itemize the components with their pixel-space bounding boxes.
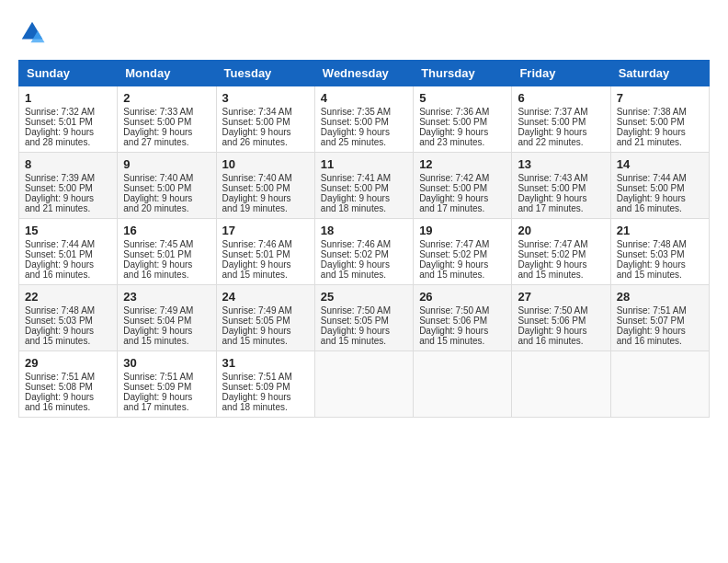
daylight-label: Daylight: 9 hours and 22 minutes.: [518, 127, 586, 147]
calendar-week-row: 1 Sunrise: 7:32 AM Sunset: 5:01 PM Dayli…: [19, 86, 710, 153]
sunrise-label: Sunrise: 7:36 AM: [419, 107, 489, 117]
daylight-label: Daylight: 9 hours and 15 minutes.: [419, 259, 488, 280]
daylight-label: Daylight: 9 hours and 25 minutes.: [321, 127, 390, 147]
sunset-label: Sunset: 5:01 PM: [25, 249, 93, 259]
sunrise-label: Sunrise: 7:35 AM: [321, 107, 391, 117]
calendar-cell: 22 Sunrise: 7:48 AM Sunset: 5:03 PM Dayl…: [19, 285, 118, 351]
sunset-label: Sunset: 5:05 PM: [321, 316, 389, 326]
sunrise-label: Sunrise: 7:38 AM: [617, 107, 687, 117]
day-number: 15: [25, 224, 111, 237]
day-number: 19: [419, 224, 506, 237]
calendar-week-row: 15 Sunrise: 7:44 AM Sunset: 5:01 PM Dayl…: [19, 219, 710, 285]
calendar: SundayMondayTuesdayWednesdayThursdayFrid…: [18, 60, 710, 418]
sunrise-label: Sunrise: 7:40 AM: [222, 173, 292, 183]
day-number: 14: [617, 157, 703, 171]
day-number: 3: [222, 91, 309, 105]
calendar-header-row: SundayMondayTuesdayWednesdayThursdayFrid…: [19, 61, 710, 86]
sunset-label: Sunset: 5:00 PM: [617, 183, 685, 193]
daylight-label: Daylight: 9 hours and 17 minutes.: [419, 193, 488, 213]
sunrise-label: Sunrise: 7:50 AM: [321, 305, 391, 316]
sunrise-label: Sunrise: 7:51 AM: [123, 372, 193, 382]
calendar-cell: 18 Sunrise: 7:46 AM Sunset: 5:02 PM Dayl…: [314, 219, 413, 285]
daylight-label: Daylight: 9 hours and 15 minutes.: [222, 326, 291, 346]
daylight-label: Daylight: 9 hours and 26 minutes.: [222, 127, 291, 147]
sunset-label: Sunset: 5:00 PM: [321, 117, 389, 127]
sunset-label: Sunset: 5:02 PM: [419, 249, 487, 259]
sunrise-label: Sunrise: 7:46 AM: [222, 239, 292, 249]
calendar-week-row: 22 Sunrise: 7:48 AM Sunset: 5:03 PM Dayl…: [19, 285, 710, 351]
calendar-cell: [512, 351, 610, 418]
sunset-label: Sunset: 5:01 PM: [222, 249, 290, 259]
sunset-label: Sunset: 5:00 PM: [419, 117, 487, 127]
day-number: 30: [123, 356, 210, 370]
sunset-label: Sunset: 5:05 PM: [222, 316, 290, 326]
sunrise-label: Sunrise: 7:45 AM: [123, 239, 193, 249]
calendar-day-header: Wednesday: [314, 61, 413, 86]
sunset-label: Sunset: 5:03 PM: [617, 249, 685, 259]
daylight-label: Daylight: 9 hours and 15 minutes.: [321, 326, 390, 346]
daylight-label: Daylight: 9 hours and 21 minutes.: [617, 127, 686, 147]
sunset-label: Sunset: 5:00 PM: [222, 183, 290, 193]
calendar-cell: 10 Sunrise: 7:40 AM Sunset: 5:00 PM Dayl…: [216, 153, 314, 219]
day-number: 24: [222, 290, 309, 304]
day-number: 18: [321, 224, 407, 237]
calendar-cell: 16 Sunrise: 7:45 AM Sunset: 5:01 PM Dayl…: [118, 219, 216, 285]
day-number: 23: [123, 290, 210, 304]
sunset-label: Sunset: 5:03 PM: [25, 316, 93, 326]
sunset-label: Sunset: 5:04 PM: [123, 316, 191, 326]
sunset-label: Sunset: 5:00 PM: [222, 117, 290, 127]
logo-icon: [18, 18, 46, 46]
sunset-label: Sunset: 5:06 PM: [419, 316, 487, 326]
calendar-cell: 20 Sunrise: 7:47 AM Sunset: 5:02 PM Dayl…: [512, 219, 610, 285]
sunrise-label: Sunrise: 7:41 AM: [321, 173, 391, 183]
calendar-day-header: Saturday: [610, 61, 709, 86]
daylight-label: Daylight: 9 hours and 15 minutes.: [321, 259, 390, 280]
calendar-week-row: 8 Sunrise: 7:39 AM Sunset: 5:00 PM Dayli…: [19, 153, 710, 219]
day-number: 4: [321, 91, 407, 105]
daylight-label: Daylight: 9 hours and 16 minutes.: [123, 259, 192, 280]
sunrise-label: Sunrise: 7:50 AM: [419, 305, 489, 316]
day-number: 20: [518, 224, 604, 237]
calendar-day-header: Thursday: [414, 61, 512, 86]
sunrise-label: Sunrise: 7:33 AM: [123, 107, 193, 117]
calendar-cell: 2 Sunrise: 7:33 AM Sunset: 5:00 PM Dayli…: [118, 86, 216, 153]
daylight-label: Daylight: 9 hours and 15 minutes.: [222, 259, 291, 280]
calendar-cell: 28 Sunrise: 7:51 AM Sunset: 5:07 PM Dayl…: [610, 285, 709, 351]
daylight-label: Daylight: 9 hours and 17 minutes.: [518, 193, 586, 213]
calendar-day-header: Monday: [118, 61, 216, 86]
sunset-label: Sunset: 5:09 PM: [123, 382, 191, 392]
calendar-cell: [314, 351, 413, 418]
sunrise-label: Sunrise: 7:48 AM: [25, 305, 95, 316]
calendar-cell: 5 Sunrise: 7:36 AM Sunset: 5:00 PM Dayli…: [414, 86, 512, 153]
sunset-label: Sunset: 5:01 PM: [123, 249, 191, 259]
calendar-cell: 15 Sunrise: 7:44 AM Sunset: 5:01 PM Dayl…: [19, 219, 118, 285]
calendar-cell: [610, 351, 709, 418]
daylight-label: Daylight: 9 hours and 27 minutes.: [123, 127, 192, 147]
daylight-label: Daylight: 9 hours and 16 minutes.: [617, 193, 686, 213]
calendar-cell: 17 Sunrise: 7:46 AM Sunset: 5:01 PM Dayl…: [216, 219, 314, 285]
calendar-cell: 29 Sunrise: 7:51 AM Sunset: 5:08 PM Dayl…: [19, 351, 118, 418]
calendar-cell: 7 Sunrise: 7:38 AM Sunset: 5:00 PM Dayli…: [610, 86, 709, 153]
sunset-label: Sunset: 5:00 PM: [617, 117, 685, 127]
calendar-week-row: 29 Sunrise: 7:51 AM Sunset: 5:08 PM Dayl…: [19, 351, 710, 418]
day-number: 31: [222, 356, 309, 370]
day-number: 2: [123, 91, 210, 105]
daylight-label: Daylight: 9 hours and 18 minutes.: [222, 392, 291, 412]
daylight-label: Daylight: 9 hours and 19 minutes.: [222, 193, 291, 213]
day-number: 29: [25, 356, 111, 370]
day-number: 11: [321, 157, 407, 171]
daylight-label: Daylight: 9 hours and 21 minutes.: [25, 193, 94, 213]
sunrise-label: Sunrise: 7:44 AM: [617, 173, 687, 183]
calendar-header: SundayMondayTuesdayWednesdayThursdayFrid…: [19, 61, 710, 86]
day-number: 21: [617, 224, 703, 237]
sunrise-label: Sunrise: 7:34 AM: [222, 107, 292, 117]
daylight-label: Daylight: 9 hours and 18 minutes.: [321, 193, 390, 213]
sunset-label: Sunset: 5:09 PM: [222, 382, 290, 392]
sunset-label: Sunset: 5:00 PM: [123, 117, 191, 127]
sunset-label: Sunset: 5:02 PM: [321, 249, 389, 259]
calendar-cell: 31 Sunrise: 7:51 AM Sunset: 5:09 PM Dayl…: [216, 351, 314, 418]
calendar-cell: 14 Sunrise: 7:44 AM Sunset: 5:00 PM Dayl…: [610, 153, 709, 219]
day-number: 25: [321, 290, 407, 304]
calendar-cell: 4 Sunrise: 7:35 AM Sunset: 5:00 PM Dayli…: [314, 86, 413, 153]
calendar-cell: 12 Sunrise: 7:42 AM Sunset: 5:00 PM Dayl…: [414, 153, 512, 219]
